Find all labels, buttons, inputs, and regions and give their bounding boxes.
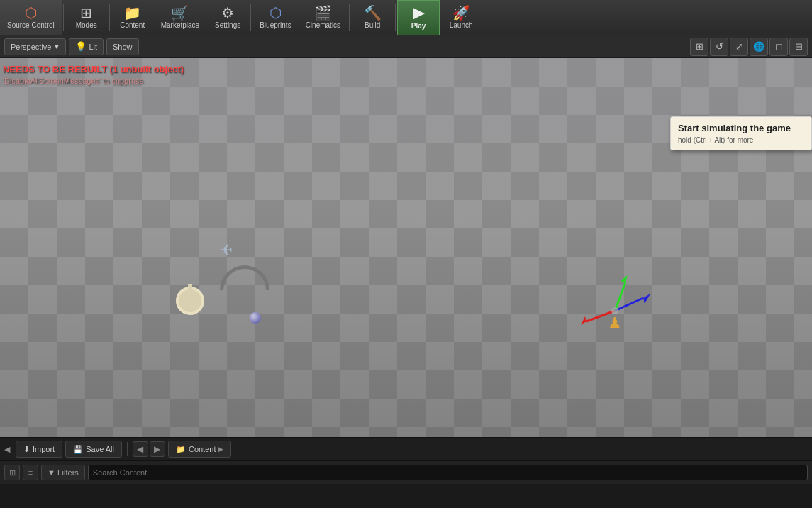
- nav-back-button[interactable]: ◀: [133, 441, 148, 457]
- save-all-label: Save All: [86, 445, 114, 453]
- bird-object: ✈: [220, 241, 233, 260]
- svg-text:♟: ♟: [608, 314, 622, 332]
- filters-label: Filters: [57, 468, 79, 477]
- toolbar-sep-3: [250, 4, 251, 31]
- content-folder-arrow-icon: ▶: [218, 446, 223, 453]
- svg-marker-3: [621, 275, 628, 282]
- viewport-icon-6: ⊟: [795, 41, 803, 52]
- rebuild-warning: NEEDS TO BE REBUILT (1 unbuilt object): [3, 64, 184, 74]
- toolbar-play[interactable]: ▶ Play: [397, 0, 440, 35]
- toolbar-modes[interactable]: ⊞ Modes: [65, 0, 108, 35]
- list-icon: ≡: [28, 468, 33, 477]
- marketplace-label: Marketplace: [161, 21, 199, 29]
- bottom-search-bar: ⊞ ≡ ▼ Filters: [0, 461, 812, 484]
- secondary-toolbar: Perspective ▼ 💡 Lit Show ⊞ ↺ ⤢ 🌐 ◻ ⊟: [0, 35, 812, 58]
- viewport-icon-4: 🌐: [753, 41, 764, 52]
- blueprints-label: Blueprints: [260, 21, 291, 29]
- content-folder-button[interactable]: 📁 Content ▶: [168, 441, 232, 458]
- small-sphere-object: [250, 312, 261, 324]
- viewport-icon-5: ◻: [775, 41, 783, 52]
- sun-gear-object: [176, 287, 204, 315]
- main-toolbar: ⬡ Source Control ⊞ Modes 📁 Content 🛒 Mar…: [0, 0, 812, 35]
- viewport-mode-btn-3[interactable]: ⤢: [730, 38, 748, 56]
- toolbar-sep-2: [109, 4, 110, 31]
- nav-forward-button[interactable]: ▶: [150, 441, 165, 457]
- play-label: Play: [411, 22, 426, 30]
- list-view-button[interactable]: ≡: [23, 465, 38, 480]
- toolbar-sep-4: [349, 4, 350, 31]
- play-icon: ▶: [413, 5, 425, 21]
- content-browser-bar: ◀ ⬇ Import 💾 Save All ◀ ▶ 📁 Content ▶: [0, 437, 812, 461]
- save-all-icon: 💾: [73, 445, 83, 454]
- filters-button[interactable]: ▼ Filters: [41, 465, 85, 480]
- import-icon: ⬇: [23, 445, 30, 454]
- viewport-mode-btn-2[interactable]: ↺: [710, 38, 728, 56]
- viewport-mode-btn-5[interactable]: ◻: [769, 38, 788, 56]
- show-button[interactable]: Show: [106, 38, 139, 55]
- viewport-mode-btn-6[interactable]: ⊟: [789, 38, 808, 56]
- search-input[interactable]: [88, 465, 808, 480]
- content-folder-label: Content: [189, 445, 216, 453]
- grid-icon: ⊞: [9, 468, 16, 477]
- grid-view-button[interactable]: ⊞: [4, 465, 20, 480]
- source-control-icon: ⬡: [25, 6, 37, 20]
- svg-point-6: [611, 307, 618, 314]
- toolbar-blueprints[interactable]: ⬡ Blueprints: [252, 0, 298, 35]
- save-all-button[interactable]: 💾 Save All: [65, 441, 122, 458]
- perspective-label: Perspective: [11, 43, 51, 51]
- toolbar-sep-5: [395, 4, 396, 31]
- modes-icon: ⊞: [80, 6, 92, 20]
- launch-label: Launch: [450, 21, 473, 29]
- content-label: Content: [120, 21, 145, 29]
- build-label: Build: [365, 21, 380, 29]
- toolbar-sep-1: [63, 4, 64, 31]
- toolbar-settings[interactable]: ⚙ Settings: [206, 0, 249, 35]
- perspective-dropdown-icon: ▼: [53, 43, 60, 50]
- marketplace-icon: 🛒: [171, 6, 189, 20]
- lit-label: Lit: [89, 43, 97, 51]
- tooltip-title: Start simulating the game: [678, 123, 804, 133]
- toolbar-cinematics[interactable]: 🎬 Cinematics: [299, 0, 347, 35]
- viewport-icon-3: ⤢: [735, 41, 743, 52]
- main-viewport[interactable]: NEEDS TO BE REBUILT (1 unbuilt object) '…: [0, 58, 812, 437]
- lit-button[interactable]: 💡 Lit: [69, 38, 104, 55]
- settings-label: Settings: [215, 21, 240, 29]
- perspective-button[interactable]: Perspective ▼: [4, 38, 66, 55]
- viewport-background: [0, 58, 812, 437]
- blueprints-icon: ⬡: [269, 6, 282, 20]
- modes-label: Modes: [76, 21, 97, 29]
- toolbar-source-control[interactable]: ⬡ Source Control: [0, 0, 62, 35]
- filter-icon: ▼: [48, 468, 55, 477]
- svg-marker-5: [643, 294, 650, 304]
- suppress-hint: 'DisableAllScreenMessages' to suppress: [3, 77, 143, 85]
- panel-label: ◀: [4, 445, 10, 454]
- lit-icon: 💡: [75, 41, 87, 52]
- show-label: Show: [113, 43, 133, 51]
- source-control-label: Source Control: [7, 21, 55, 29]
- viewport-mode-btn-4[interactable]: 🌐: [750, 38, 768, 56]
- toolbar-content[interactable]: 📁 Content: [111, 0, 154, 35]
- cinematics-icon: 🎬: [314, 6, 332, 20]
- import-label: Import: [33, 445, 55, 453]
- content-icon: 📁: [123, 6, 141, 20]
- viewport-icon-2: ↺: [716, 41, 723, 52]
- build-icon: 🔨: [364, 6, 382, 20]
- launch-icon: 🚀: [452, 6, 470, 20]
- toolbar-launch[interactable]: 🚀 Launch: [440, 0, 482, 35]
- transform-gizmo: ♟: [572, 268, 657, 353]
- viewport-icon-1: ⊞: [696, 41, 703, 52]
- import-button[interactable]: ⬇ Import: [16, 441, 62, 458]
- toolbar-marketplace[interactable]: 🛒 Marketplace: [154, 0, 206, 35]
- viewport-mode-btn-1[interactable]: ⊞: [690, 38, 708, 56]
- content-folder-icon: 📁: [176, 445, 186, 454]
- content-bar-sep: [127, 442, 128, 456]
- svg-marker-1: [581, 316, 586, 325]
- viewport-controls: ⊞ ↺ ⤢ 🌐 ◻ ⊟: [690, 38, 808, 56]
- cinematics-label: Cinematics: [306, 21, 340, 29]
- nav-arrows: ◀ ▶: [133, 441, 165, 457]
- tooltip-subtitle: hold (Ctrl + Alt) for more: [678, 136, 804, 144]
- play-tooltip: Start simulating the game hold (Ctrl + A…: [670, 116, 812, 150]
- toolbar-build[interactable]: 🔨 Build: [351, 0, 394, 35]
- settings-icon: ⚙: [221, 6, 234, 20]
